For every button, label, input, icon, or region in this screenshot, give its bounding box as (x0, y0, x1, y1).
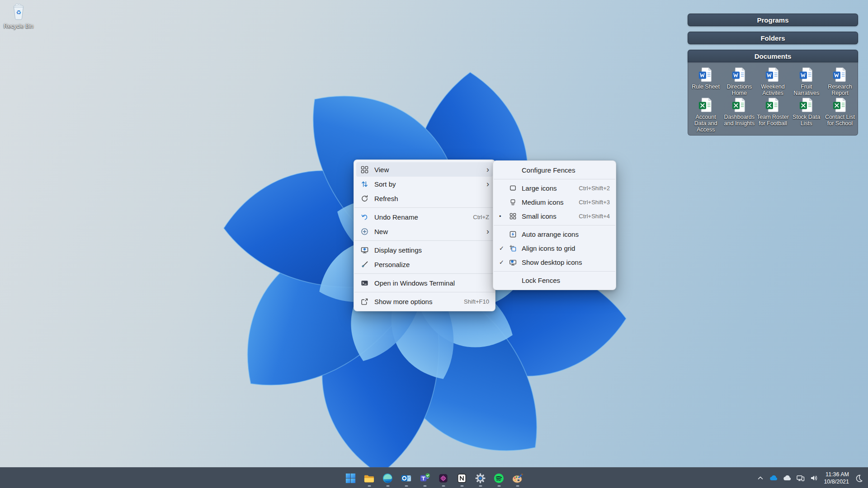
document-contact-list[interactable]: Contact List for School (823, 97, 857, 133)
tray-volume[interactable] (807, 469, 821, 487)
document-stock-data-lists[interactable]: Stock Data Lists (790, 97, 823, 133)
menu-item-label: Large icons (522, 184, 570, 192)
submenu-item-medium-icons[interactable]: Medium icons Ctrl+Shift+3 (495, 195, 613, 209)
menu-item-personalize[interactable]: Personalize (356, 257, 493, 272)
menu-item-accelerator: Ctrl+Shift+3 (579, 199, 610, 206)
running-indicator (460, 485, 463, 487)
excel-file-icon (799, 97, 814, 113)
taskbar-app-edge[interactable] (378, 469, 397, 487)
tray-time: 11:36 AM (824, 471, 849, 478)
running-indicator (516, 485, 519, 487)
submenu-item-configure-fences[interactable]: Configure Fences (495, 163, 613, 177)
show-more-options-icon (360, 297, 369, 306)
menu-item-accelerator: Ctrl+Shift+4 (579, 213, 610, 220)
checkmark-icon: ✓ (499, 259, 507, 266)
word-file-icon (799, 66, 814, 83)
excel-file-icon (731, 97, 747, 113)
tray-onedrive[interactable] (767, 469, 780, 487)
submenu-item-show-desktop-icons[interactable]: ✓ Show desktop icons (495, 255, 613, 269)
menu-item-view[interactable]: View › (356, 162, 493, 177)
tray-focus-assist[interactable] (852, 469, 865, 487)
submenu-item-auto-arrange-icons[interactable]: Auto arrange icons (495, 227, 613, 241)
personalize-brush-icon (360, 260, 369, 269)
menu-item-label: Sort by (374, 180, 481, 188)
taskbar-app-settings[interactable] (471, 469, 490, 487)
document-dashboards-insights[interactable]: Dashboards and Insights (722, 97, 756, 133)
tray-clock[interactable]: 11:36 AM 10/8/2021 (821, 471, 852, 486)
excel-file-icon (765, 97, 780, 113)
menu-item-label: Open in Windows Terminal (374, 279, 489, 287)
large-icons-icon (507, 184, 518, 193)
submenu-item-large-icons[interactable]: Large icons Ctrl+Shift+2 (495, 181, 613, 195)
document-weekend-activites[interactable]: Weekend Activites (756, 66, 789, 97)
menu-item-open-windows-terminal[interactable]: Open in Windows Terminal (356, 276, 493, 290)
menu-separator (354, 273, 495, 274)
fence-programs-title: Programs (757, 16, 788, 24)
menu-item-refresh[interactable]: Refresh (356, 191, 493, 206)
word-file-icon (731, 66, 747, 83)
submenu-item-small-icons[interactable]: • Small icons Ctrl+Shift+4 (495, 209, 613, 223)
menu-item-label: Refresh (374, 195, 489, 202)
chevron-right-icon: › (486, 180, 489, 188)
document-label: Fruit Narratives (790, 84, 823, 96)
moon-icon (854, 474, 863, 483)
tray-show-hidden-icons[interactable] (754, 469, 767, 487)
taskbar: 11:36 AM 10/8/2021 (0, 467, 868, 488)
recycle-bin[interactable]: ♻ Recycle Bin (3, 3, 34, 29)
svg-text:♻: ♻ (16, 9, 21, 16)
document-label: Dashboards and Insights (722, 114, 756, 127)
document-fruit-narratives[interactable]: Fruit Narratives (790, 66, 823, 97)
menu-item-label: Align icons to grid (522, 244, 610, 252)
menu-item-display-settings[interactable]: Display settings (356, 243, 493, 257)
settings-gear-icon (475, 473, 486, 484)
file-explorer-icon (363, 473, 375, 484)
running-indicator (423, 485, 426, 487)
fence-programs-header[interactable]: Programs (688, 14, 858, 26)
menu-item-undo-rename[interactable]: Undo Rename Ctrl+Z (356, 210, 493, 224)
tray-network[interactable] (794, 469, 807, 487)
desktop[interactable]: ♻ Recycle Bin Programs Folders Documents… (0, 0, 868, 488)
document-research-report[interactable]: Research Report (823, 66, 857, 97)
network-devices-icon (796, 474, 805, 483)
menu-item-label: Small icons (522, 212, 570, 220)
document-label: Research Report (823, 84, 857, 96)
tray-cloud-sync[interactable] (780, 469, 794, 487)
menu-item-show-more-options[interactable]: Show more options Shift+F10 (356, 294, 493, 309)
show-desktop-icon (507, 258, 518, 267)
taskbar-app-spotify[interactable] (490, 469, 508, 487)
document-team-roster[interactable]: Team Roster for Football (756, 97, 789, 133)
fence-documents-header[interactable]: Documents (688, 50, 858, 62)
desktop-context-menu: View › Sort by › Refresh Undo Rename Ctr… (354, 160, 495, 311)
document-account-data[interactable]: Account Data and Access (689, 97, 722, 133)
document-label: Rule Sheet (692, 84, 720, 90)
small-icons-icon (507, 212, 518, 221)
fence-documents-title: Documents (755, 52, 792, 60)
menu-item-accelerator: Shift+F10 (464, 298, 489, 305)
taskbar-app-clipchamp[interactable] (434, 469, 453, 487)
menu-item-new[interactable]: New › (356, 224, 493, 239)
taskbar-app-file-explorer[interactable] (360, 469, 378, 487)
fence-folders-title: Folders (760, 34, 785, 42)
menu-item-accelerator: Ctrl+Z (473, 214, 489, 221)
taskbar-app-notion[interactable] (453, 469, 471, 487)
document-label: Directions Home (722, 84, 756, 96)
submenu-item-lock-fences[interactable]: Lock Fences (495, 273, 613, 287)
taskbar-center-icons (341, 469, 527, 487)
cloud-icon (783, 474, 792, 483)
running-indicator (405, 485, 408, 487)
taskbar-app-outlook[interactable] (397, 469, 415, 487)
radio-selected-bullet: • (499, 213, 507, 220)
document-directions-home[interactable]: Directions Home (722, 66, 756, 97)
start-button[interactable] (341, 469, 360, 487)
menu-item-sort-by[interactable]: Sort by › (356, 177, 493, 191)
new-plus-icon (360, 227, 369, 236)
taskbar-app-teams[interactable] (415, 469, 434, 487)
menu-item-label: New (374, 228, 481, 235)
taskbar-app-paint[interactable] (508, 469, 527, 487)
document-rule-sheet[interactable]: Rule Sheet (689, 66, 722, 97)
running-indicator (368, 485, 371, 487)
chevron-right-icon: › (486, 165, 489, 174)
submenu-item-align-icons-to-grid[interactable]: ✓ Align icons to grid (495, 241, 613, 255)
document-label: Stock Data Lists (790, 114, 823, 127)
fence-folders-header[interactable]: Folders (688, 32, 858, 44)
